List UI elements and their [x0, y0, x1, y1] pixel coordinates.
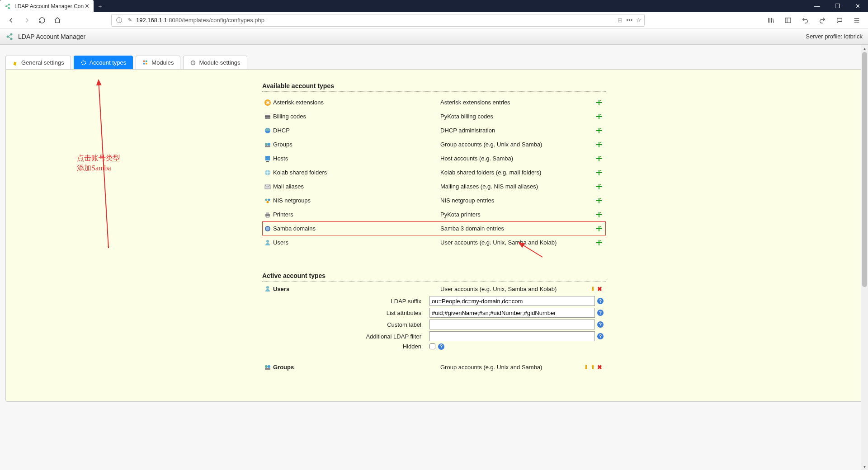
delete-icon[interactable]: ✖ [597, 286, 602, 292]
delete-icon[interactable]: ✖ [597, 364, 602, 371]
move-up-icon[interactable]: ⬆ [590, 364, 595, 371]
add-type-button[interactable] [596, 197, 602, 204]
ldap-suffix-input[interactable] [429, 296, 595, 306]
add-type-button[interactable] [596, 113, 602, 120]
config-tab-module-settings[interactable]: Module settings [183, 56, 247, 69]
back-button[interactable] [5, 14, 18, 27]
reload-button[interactable] [35, 14, 49, 27]
add-type-button[interactable] [596, 169, 602, 176]
config-tab-account-types[interactable]: Account types [74, 56, 133, 69]
type-desc: Samba 3 domain entries [440, 225, 592, 232]
config-tab-modules[interactable]: Modules [136, 56, 180, 69]
svg-rect-20 [265, 146, 270, 147]
window-titlebar: LDAP Account Manager Con ✕ ＋ — ❐ ✕ [0, 0, 868, 12]
config-tab-general-settings[interactable]: General settings [5, 56, 71, 69]
logo-icon [5, 32, 14, 41]
edit-icon[interactable]: ✎ [125, 16, 134, 25]
svg-point-19 [268, 143, 270, 146]
list-attributes-input[interactable] [429, 308, 595, 318]
add-type-button[interactable] [596, 240, 602, 246]
list-attributes-label: List attributes [262, 310, 429, 316]
library-icon[interactable] [764, 14, 778, 27]
tab-icon [12, 60, 19, 66]
forward-button[interactable] [20, 14, 33, 27]
available-type-row: UsersUser accounts (e.g. Unix, Samba and… [262, 235, 606, 249]
info-icon[interactable]: ⓘ [114, 16, 123, 25]
svg-rect-9 [146, 60, 147, 62]
new-tab-button[interactable]: ＋ [94, 0, 106, 12]
type-name: Samba domains [273, 225, 440, 232]
undo-icon[interactable] [798, 14, 812, 27]
redo-icon[interactable] [816, 14, 829, 27]
tab-close-icon[interactable]: ✕ [84, 3, 90, 9]
add-type-button[interactable] [596, 183, 602, 190]
tab-label: Modules [151, 59, 174, 66]
window-minimize-button[interactable]: — [807, 0, 827, 12]
url-bar[interactable]: ⓘ ✎ 192.168.1.1:8080/templates/config/co… [111, 14, 645, 27]
svg-rect-29 [266, 212, 269, 214]
add-type-button[interactable] [596, 212, 602, 218]
help-icon[interactable]: ? [597, 298, 604, 304]
page-scrollbar[interactable]: ▴ ▾ [861, 45, 868, 470]
help-icon[interactable]: ? [597, 321, 604, 328]
type-desc: PyKota printers [440, 211, 592, 218]
tab-label: Account types [90, 59, 127, 66]
menu-icon[interactable] [850, 14, 863, 27]
add-type-button[interactable] [596, 141, 602, 148]
help-icon[interactable]: ? [597, 333, 604, 339]
browser-navbar: ⓘ ✎ 192.168.1.1:8080/templates/config/co… [0, 12, 868, 28]
app-title: LDAP Account Manager [18, 33, 85, 40]
app-logo: LDAP Account Manager [5, 32, 85, 41]
type-desc: Host accounts (e.g. Samba) [440, 155, 592, 162]
users-icon [262, 285, 273, 292]
available-types-heading: Available account types [262, 82, 606, 92]
scroll-down-icon[interactable]: ▾ [861, 463, 868, 470]
type-name: Groups [273, 141, 440, 148]
mail-icon [262, 183, 273, 190]
svg-point-34 [265, 365, 268, 368]
available-type-row: DHCPDHCP administration [262, 123, 606, 137]
svg-point-27 [267, 201, 269, 203]
svg-point-25 [265, 198, 268, 201]
tab-icon [142, 60, 149, 66]
add-type-button[interactable] [596, 99, 602, 106]
help-icon[interactable]: ? [597, 310, 604, 316]
config-panel: Available account types ✱Asterisk extens… [5, 69, 863, 402]
svg-point-33 [266, 286, 269, 289]
move-down-icon[interactable]: ⬇ [584, 364, 589, 371]
move-down-icon[interactable]: ⬇ [590, 286, 595, 292]
window-maximize-button[interactable]: ❐ [827, 0, 848, 12]
svg-rect-11 [146, 63, 147, 65]
hidden-checkbox[interactable] [429, 343, 435, 349]
add-type-button[interactable] [596, 226, 602, 232]
svg-point-32 [266, 240, 269, 243]
browser-tab[interactable]: LDAP Account Manager Con ✕ [0, 0, 94, 12]
available-type-row: NIS netgroupsNIS netgroup entries [262, 193, 606, 207]
window-controls: — ❐ ✕ [807, 0, 868, 12]
tab-label: General settings [21, 59, 64, 66]
active-type-head: GroupsGroup accounts (e.g. Unix and Samb… [262, 363, 606, 371]
samba-icon [262, 225, 273, 232]
active-type-name: Users [273, 286, 440, 292]
add-type-button[interactable] [596, 127, 602, 134]
add-type-button[interactable] [596, 155, 602, 162]
sidebar-icon[interactable] [781, 14, 795, 27]
home-button[interactable] [51, 14, 64, 27]
page-actions-icon[interactable]: ••• [626, 17, 632, 24]
chat-icon[interactable] [833, 14, 846, 27]
bookmark-icon[interactable]: ☆ [636, 17, 642, 24]
custom-label-input[interactable] [429, 320, 595, 329]
qr-icon[interactable]: ⊞ [618, 17, 623, 24]
server-profile: Server profile: lotbrick [806, 33, 863, 40]
billing-icon [262, 113, 273, 120]
scroll-up-icon[interactable]: ▴ [861, 45, 868, 52]
available-type-row: Billing codesPyKota billing codes [262, 109, 606, 123]
page-header: LDAP Account Manager Server profile: lot… [0, 28, 868, 45]
help-icon[interactable]: ? [438, 343, 444, 350]
window-close-button[interactable]: ✕ [848, 0, 868, 12]
type-name: Users [273, 239, 440, 246]
scrollbar-thumb[interactable] [862, 52, 867, 287]
svg-rect-16 [265, 116, 270, 117]
type-desc: Group accounts (e.g. Unix and Samba) [440, 141, 592, 148]
additional-filter-input[interactable] [429, 331, 595, 341]
